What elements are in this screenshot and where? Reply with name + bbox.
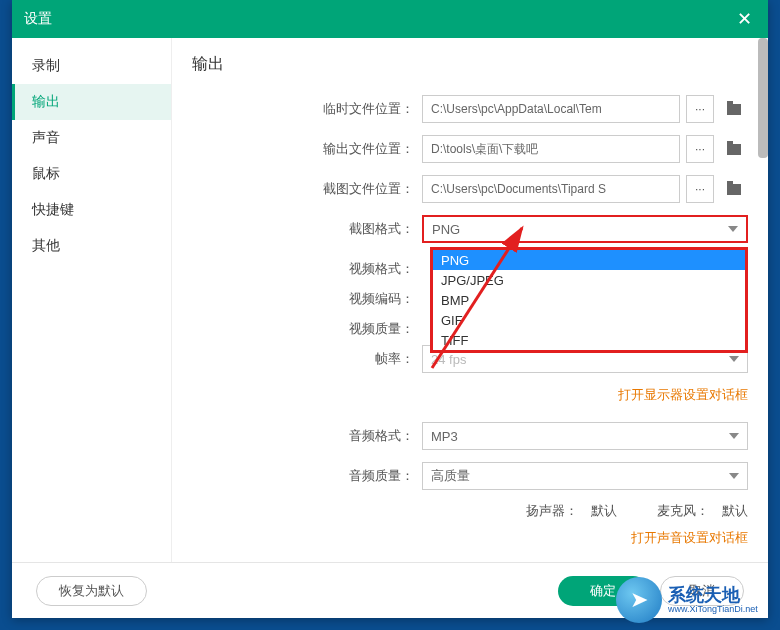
label-screenshot-format: 截图格式： [192, 220, 422, 238]
label-speaker: 扬声器： 默认 [526, 502, 617, 520]
input-screenshot-path[interactable]: C:\Users\pc\Documents\Tipard S [422, 175, 680, 203]
scrollbar-thumb[interactable] [758, 38, 768, 158]
row-temp-path: 临时文件位置： C:\Users\pc\AppData\Local\Tem ··… [192, 95, 748, 123]
sidebar: 录制 输出 声音 鼠标 快捷键 其他 [12, 38, 172, 562]
label-mic: 麦克风： 默认 [657, 502, 748, 520]
row-screenshot-path: 截图文件位置： C:\Users\pc\Documents\Tipard S ·… [192, 175, 748, 203]
sidebar-item-label: 声音 [32, 129, 60, 147]
select-screenshot-format[interactable]: PNG [422, 215, 748, 243]
row-audio-quality: 音频质量： 高质量 [192, 462, 748, 490]
label-fps: 帧率： [192, 350, 422, 368]
window-title: 设置 [24, 10, 52, 28]
browse-button[interactable]: ··· [686, 175, 714, 203]
select-value: 24 fps [431, 352, 466, 367]
input-output-path[interactable]: D:\tools\桌面\下载吧 [422, 135, 680, 163]
sidebar-item-sound[interactable]: 声音 [12, 120, 171, 156]
label-output-path: 输出文件位置： [192, 140, 422, 158]
watermark-brand: 系统天地 [668, 586, 758, 604]
link-display-settings[interactable]: 打开显示器设置对话框 [618, 387, 748, 402]
watermark-logo-icon: ➤ [616, 577, 662, 623]
label-video-quality: 视频质量： [192, 320, 422, 338]
chevron-down-icon [728, 226, 738, 232]
browse-button[interactable]: ··· [686, 135, 714, 163]
dropdown-option[interactable]: TIFF [433, 330, 745, 350]
body: 录制 输出 声音 鼠标 快捷键 其他 输出 临时文件位置： C:\Users\p… [12, 38, 768, 562]
sidebar-item-output[interactable]: 输出 [12, 84, 171, 120]
folder-icon[interactable] [720, 95, 748, 123]
label-audio-format: 音频格式： [192, 427, 422, 445]
select-audio-format[interactable]: MP3 [422, 422, 748, 450]
select-value: 高质量 [431, 467, 470, 485]
sidebar-item-label: 鼠标 [32, 165, 60, 183]
watermark: ➤ 系统天地 www.XiTongTianDi.net [610, 570, 780, 630]
row-speaker-mic: 扬声器： 默认 麦克风： 默认 [192, 502, 748, 520]
label-audio-quality: 音频质量： [192, 467, 422, 485]
watermark-url: www.XiTongTianDi.net [668, 604, 758, 614]
input-temp-path[interactable]: C:\Users\pc\AppData\Local\Tem [422, 95, 680, 123]
select-value: MP3 [431, 429, 458, 444]
row-display-link: 打开显示器设置对话框 [192, 385, 748, 404]
row-output-path: 输出文件位置： D:\tools\桌面\下载吧 ··· [192, 135, 748, 163]
label-video-encode: 视频编码： [192, 290, 422, 308]
sidebar-item-other[interactable]: 其他 [12, 228, 171, 264]
content-panel: 输出 临时文件位置： C:\Users\pc\AppData\Local\Tem… [172, 38, 768, 562]
browse-button[interactable]: ··· [686, 95, 714, 123]
section-title-output: 输出 [192, 54, 748, 75]
dropdown-option[interactable]: PNG [433, 250, 745, 270]
label-temp-path: 临时文件位置： [192, 100, 422, 118]
dropdown-option[interactable]: JPG/JPEG [433, 270, 745, 290]
chevron-down-icon [729, 433, 739, 439]
settings-window: 设置 ✕ 录制 输出 声音 鼠标 快捷键 其他 输出 临时文件位置： C:\Us… [12, 0, 768, 618]
label-screenshot-path: 截图文件位置： [192, 180, 422, 198]
select-value: PNG [432, 222, 460, 237]
sidebar-item-label: 快捷键 [32, 201, 74, 219]
sidebar-item-label: 输出 [32, 93, 60, 111]
dropdown-option[interactable]: GIF [433, 310, 745, 330]
select-audio-quality[interactable]: 高质量 [422, 462, 748, 490]
folder-icon[interactable] [720, 135, 748, 163]
row-audio-link: 打开声音设置对话框 [192, 528, 748, 547]
row-screenshot-format: 截图格式： PNG [192, 215, 748, 243]
chevron-down-icon [729, 356, 739, 362]
sidebar-item-hotkey[interactable]: 快捷键 [12, 192, 171, 228]
restore-defaults-button[interactable]: 恢复为默认 [36, 576, 147, 606]
dropdown-option[interactable]: BMP [433, 290, 745, 310]
close-icon[interactable]: ✕ [732, 7, 756, 31]
label-video-format: 视频格式： [192, 260, 422, 278]
chevron-down-icon [729, 473, 739, 479]
dropdown-screenshot-format: PNG JPG/JPEG BMP GIF TIFF [430, 247, 748, 353]
sidebar-item-label: 录制 [32, 57, 60, 75]
folder-icon[interactable] [720, 175, 748, 203]
row-audio-format: 音频格式： MP3 [192, 422, 748, 450]
sidebar-item-label: 其他 [32, 237, 60, 255]
titlebar: 设置 ✕ [12, 0, 768, 38]
sidebar-item-record[interactable]: 录制 [12, 48, 171, 84]
sidebar-item-mouse[interactable]: 鼠标 [12, 156, 171, 192]
link-audio-settings[interactable]: 打开声音设置对话框 [631, 530, 748, 545]
